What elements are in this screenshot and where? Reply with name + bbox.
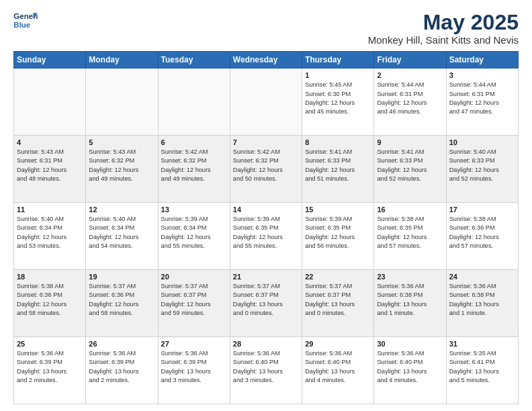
day-number: 3 [449,71,515,79]
day-number: 27 [161,340,227,348]
day-number: 2 [377,71,443,79]
calendar-day-header: Sunday [14,52,86,68]
day-info: Sunrise: 5:37 AM Sunset: 6:37 PM Dayligh… [161,282,227,318]
day-number: 30 [377,340,443,348]
calendar-cell: 1Sunrise: 5:45 AM Sunset: 6:30 PM Daylig… [302,68,374,136]
title-block: May 2025 Monkey Hill, Saint Kitts and Ne… [368,11,519,46]
day-number: 1 [305,71,371,79]
calendar-cell: 18Sunrise: 5:38 AM Sunset: 6:36 PM Dayli… [14,270,86,337]
calendar-cell: 14Sunrise: 5:39 AM Sunset: 6:35 PM Dayli… [230,203,302,270]
calendar-day-header: Saturday [446,52,518,68]
calendar-cell: 10Sunrise: 5:40 AM Sunset: 6:33 PM Dayli… [446,136,518,203]
day-info: Sunrise: 5:35 AM Sunset: 6:41 PM Dayligh… [449,349,515,385]
subtitle: Monkey Hill, Saint Kitts and Nevis [368,34,519,46]
logo: General Blue [13,11,38,31]
day-info: Sunrise: 5:41 AM Sunset: 6:33 PM Dayligh… [377,148,443,183]
day-info: Sunrise: 5:36 AM Sunset: 6:40 PM Dayligh… [233,349,299,385]
day-info: Sunrise: 5:40 AM Sunset: 6:34 PM Dayligh… [17,215,83,250]
calendar-cell: 13Sunrise: 5:39 AM Sunset: 6:34 PM Dayli… [158,203,230,270]
calendar-cell: 6Sunrise: 5:42 AM Sunset: 6:32 PM Daylig… [158,136,230,203]
calendar-cell: 15Sunrise: 5:39 AM Sunset: 6:35 PM Dayli… [302,203,374,270]
calendar-table: SundayMondayTuesdayWednesdayThursdayFrid… [13,51,519,404]
calendar-cell: 8Sunrise: 5:41 AM Sunset: 6:33 PM Daylig… [302,136,374,203]
day-info: Sunrise: 5:36 AM Sunset: 6:39 PM Dayligh… [89,349,154,385]
calendar-cell: 11Sunrise: 5:40 AM Sunset: 6:34 PM Dayli… [14,203,86,270]
calendar-cell: 24Sunrise: 5:36 AM Sunset: 6:38 PM Dayli… [446,270,518,337]
calendar-cell: 27Sunrise: 5:36 AM Sunset: 6:39 PM Dayli… [158,337,230,404]
calendar-cell [158,68,230,136]
day-number: 7 [233,138,299,146]
calendar-cell [86,68,158,136]
day-info: Sunrise: 5:39 AM Sunset: 6:35 PM Dayligh… [305,215,371,250]
calendar-cell: 23Sunrise: 5:36 AM Sunset: 6:38 PM Dayli… [374,270,446,337]
day-number: 9 [377,138,443,146]
day-number: 15 [305,205,371,214]
day-info: Sunrise: 5:38 AM Sunset: 6:36 PM Dayligh… [449,215,515,250]
calendar-week-row: 25Sunrise: 5:36 AM Sunset: 6:39 PM Dayli… [14,337,519,404]
day-info: Sunrise: 5:37 AM Sunset: 6:37 PM Dayligh… [233,282,299,318]
calendar-cell: 22Sunrise: 5:37 AM Sunset: 6:37 PM Dayli… [302,270,374,337]
day-info: Sunrise: 5:36 AM Sunset: 6:40 PM Dayligh… [377,349,443,385]
day-info: Sunrise: 5:45 AM Sunset: 6:30 PM Dayligh… [305,81,371,116]
calendar-cell: 31Sunrise: 5:35 AM Sunset: 6:41 PM Dayli… [446,337,518,404]
day-number: 22 [305,273,371,281]
day-number: 11 [17,205,83,214]
calendar-day-header: Tuesday [158,52,230,68]
day-info: Sunrise: 5:40 AM Sunset: 6:34 PM Dayligh… [89,215,154,250]
day-info: Sunrise: 5:38 AM Sunset: 6:35 PM Dayligh… [377,215,443,250]
day-info: Sunrise: 5:36 AM Sunset: 6:39 PM Dayligh… [161,349,227,385]
day-number: 25 [17,340,83,348]
day-info: Sunrise: 5:43 AM Sunset: 6:31 PM Dayligh… [17,148,83,183]
day-number: 16 [377,205,443,214]
day-info: Sunrise: 5:36 AM Sunset: 6:38 PM Dayligh… [377,282,443,318]
calendar-cell: 26Sunrise: 5:36 AM Sunset: 6:39 PM Dayli… [86,337,158,404]
calendar-cell: 12Sunrise: 5:40 AM Sunset: 6:34 PM Dayli… [86,203,158,270]
day-number: 29 [305,340,371,348]
calendar-cell: 19Sunrise: 5:37 AM Sunset: 6:36 PM Dayli… [86,270,158,337]
calendar-day-header: Thursday [302,52,374,68]
day-number: 17 [449,205,515,214]
day-number: 26 [89,340,154,348]
day-number: 13 [161,205,227,214]
day-number: 19 [89,273,154,281]
day-info: Sunrise: 5:44 AM Sunset: 6:31 PM Dayligh… [449,81,515,116]
calendar-cell: 28Sunrise: 5:36 AM Sunset: 6:40 PM Dayli… [230,337,302,404]
day-info: Sunrise: 5:41 AM Sunset: 6:33 PM Dayligh… [305,148,371,183]
calendar-week-row: 4Sunrise: 5:43 AM Sunset: 6:31 PM Daylig… [14,136,519,203]
day-info: Sunrise: 5:39 AM Sunset: 6:35 PM Dayligh… [233,215,299,250]
day-number: 4 [17,138,83,146]
calendar-header-row: SundayMondayTuesdayWednesdayThursdayFrid… [14,52,519,68]
day-number: 20 [161,273,227,281]
calendar-week-row: 18Sunrise: 5:38 AM Sunset: 6:36 PM Dayli… [14,270,519,337]
day-number: 28 [233,340,299,348]
calendar-cell: 5Sunrise: 5:43 AM Sunset: 6:32 PM Daylig… [86,136,158,203]
day-info: Sunrise: 5:37 AM Sunset: 6:36 PM Dayligh… [89,282,154,318]
main-title: May 2025 [368,11,519,34]
calendar-cell: 16Sunrise: 5:38 AM Sunset: 6:35 PM Dayli… [374,203,446,270]
day-number: 31 [449,340,515,348]
calendar-cell: 17Sunrise: 5:38 AM Sunset: 6:36 PM Dayli… [446,203,518,270]
calendar-cell: 4Sunrise: 5:43 AM Sunset: 6:31 PM Daylig… [14,136,86,203]
day-info: Sunrise: 5:39 AM Sunset: 6:34 PM Dayligh… [161,215,227,250]
day-number: 5 [89,138,154,146]
day-number: 14 [233,205,299,214]
calendar-day-header: Wednesday [230,52,302,68]
day-number: 24 [449,273,515,281]
logo-icon: General Blue [13,11,38,31]
calendar-day-header: Friday [374,52,446,68]
calendar-cell: 2Sunrise: 5:44 AM Sunset: 6:31 PM Daylig… [374,68,446,136]
day-number: 23 [377,273,443,281]
day-number: 10 [449,138,515,146]
day-info: Sunrise: 5:38 AM Sunset: 6:36 PM Dayligh… [17,282,83,318]
svg-text:Blue: Blue [13,21,30,29]
calendar-cell: 3Sunrise: 5:44 AM Sunset: 6:31 PM Daylig… [446,68,518,136]
calendar-week-row: 1Sunrise: 5:45 AM Sunset: 6:30 PM Daylig… [14,68,519,136]
day-number: 12 [89,205,154,214]
day-info: Sunrise: 5:37 AM Sunset: 6:37 PM Dayligh… [305,282,371,318]
calendar-cell: 9Sunrise: 5:41 AM Sunset: 6:33 PM Daylig… [374,136,446,203]
header: General Blue May 2025 Monkey Hill, Saint… [13,11,519,46]
calendar-cell: 20Sunrise: 5:37 AM Sunset: 6:37 PM Dayli… [158,270,230,337]
day-info: Sunrise: 5:40 AM Sunset: 6:33 PM Dayligh… [449,148,515,183]
calendar-cell [230,68,302,136]
day-number: 6 [161,138,227,146]
